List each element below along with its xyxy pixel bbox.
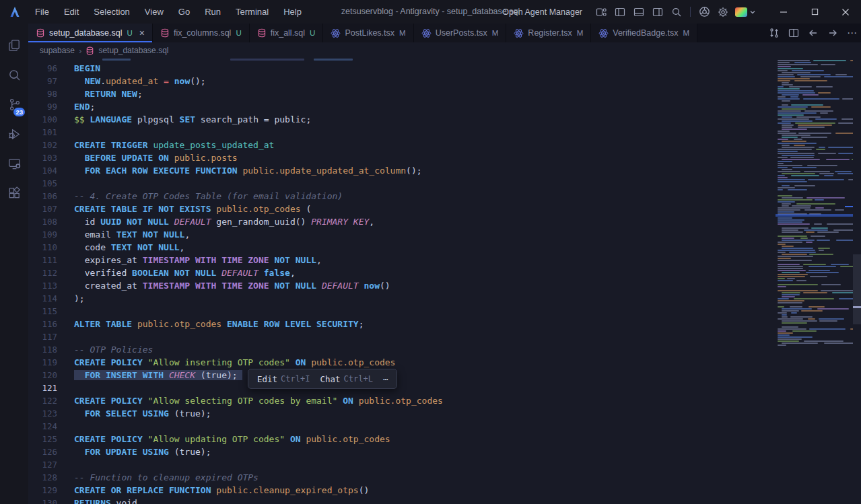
line-number[interactable]: 105 [28,177,74,190]
browser-icon[interactable] [695,3,714,22]
line-number[interactable]: 118 [28,343,74,356]
split-editor-icon[interactable] [788,28,799,38]
breadcrumb-folder[interactable]: supabase [40,46,75,55]
code-line[interactable]: 101 [28,126,861,139]
line-number[interactable]: 123 [28,407,74,420]
code-line[interactable]: 113 created_at TIMESTAMP WITH TIME ZONE … [28,279,861,292]
line-number[interactable]: 101 [28,126,74,139]
menu-item-help[interactable]: Help [277,4,308,20]
tab-PostLikes.tsx[interactable]: PostLikes.tsxM [323,24,413,42]
code-line[interactable]: 99END; [28,100,861,113]
menu-item-file[interactable]: File [29,4,55,20]
code-line[interactable]: 111 expires_at TIMESTAMP WITH TIME ZONE … [28,254,861,266]
source-control-icon[interactable]: 23 [0,89,28,119]
breadcrumb-file[interactable]: setup_database.sql [98,46,168,55]
line-number[interactable]: 115 [28,305,74,318]
line-number[interactable]: 102 [28,139,74,151]
line-number[interactable]: 106 [28,190,74,203]
code-line[interactable]: 115 [28,305,861,318]
line-number[interactable]: 104 [28,164,74,177]
line-number[interactable]: 109 [28,228,74,241]
search-icon[interactable] [667,3,686,22]
open-agent-manager-button[interactable]: Open Agent Manager [502,7,582,17]
line-number[interactable]: 114 [28,292,74,305]
scrollbar-thumb[interactable] [853,254,861,324]
more-actions-icon[interactable]: ⋯ [847,27,857,39]
minimap[interactable] [776,59,853,504]
code-line[interactable]: 126 FOR UPDATE USING (true); [28,445,861,458]
line-number[interactable]: 99 [28,100,74,113]
menu-item-view[interactable]: View [139,4,170,20]
line-number[interactable]: 116 [28,318,74,330]
compare-changes-icon[interactable] [769,28,780,38]
toggle-secondary-sidebar-icon[interactable] [648,3,667,22]
line-number[interactable]: 107 [28,203,74,215]
code-line[interactable]: 109 email TEXT NOT NULL, [28,228,861,241]
maximize-button[interactable] [799,0,830,24]
code-line[interactable]: 105 [28,177,861,190]
line-number[interactable]: 119 [28,356,74,369]
toggle-panel-icon[interactable] [629,3,648,22]
tab-close-icon[interactable]: × [139,28,145,38]
remote-explorer-icon[interactable] [0,149,28,178]
popup-action-more[interactable]: ⋯ [383,374,388,384]
menu-item-go[interactable]: Go [172,4,196,20]
code-line[interactable]: 103 BEFORE UPDATE ON public.posts [28,151,861,164]
customize-layout-icon[interactable] [592,3,611,22]
code-line[interactable]: 96BEGIN [28,62,861,75]
line-number[interactable]: 111 [28,254,74,266]
line-number[interactable]: 112 [28,266,74,279]
line-number[interactable]: 97 [28,75,74,87]
code-line[interactable]: 123 FOR SELECT USING (true); [28,407,861,420]
menu-item-selection[interactable]: Selection [88,4,135,20]
line-number[interactable]: 98 [28,87,74,100]
line-number[interactable]: 103 [28,151,74,164]
line-number[interactable]: 96 [28,62,74,75]
line-number[interactable]: 127 [28,458,74,471]
code-line[interactable]: 112 verified BOOLEAN NOT NULL DEFAULT fa… [28,266,861,279]
line-number[interactable]: 125 [28,433,74,445]
extensions-icon[interactable] [0,178,28,208]
code-line[interactable]: 100$$ LANGUAGE plpgsql SET search_path =… [28,113,861,126]
line-number[interactable]: 121 [28,382,74,394]
navigate-forward-icon[interactable] [827,28,838,38]
navigate-back-icon[interactable] [808,28,819,38]
tab-setup_database.sql[interactable]: setup_database.sqlU× [28,24,153,42]
code-line[interactable]: 98 RETURN NEW; [28,87,861,100]
code-line[interactable]: 127 [28,458,861,471]
toggle-primary-sidebar-icon[interactable] [611,3,629,22]
menu-item-run[interactable]: Run [199,4,227,20]
code-line[interactable]: 104 FOR EACH ROW EXECUTE FUNCTION public… [28,164,861,177]
line-number[interactable]: 129 [28,484,74,497]
line-number[interactable]: 130 [28,497,74,504]
line-number[interactable]: 124 [28,420,74,433]
vertical-scrollbar[interactable] [853,59,861,504]
tab-Register.tsx[interactable]: Register.tsxM [506,24,591,42]
line-number[interactable]: 108 [28,215,74,228]
code-line[interactable]: 121 [28,382,861,394]
line-number[interactable]: 126 [28,445,74,458]
code-line[interactable]: 118-- OTP Policies [28,343,861,356]
code-line[interactable]: 128-- Function to cleanup expired OTPs [28,471,861,484]
code-line[interactable]: 119CREATE POLICY "Allow inserting OTP co… [28,356,861,369]
menu-item-edit[interactable]: Edit [58,4,85,20]
code-line[interactable]: 130RETURNS void [28,497,861,504]
code-line[interactable]: 122CREATE POLICY "Allow selecting OTP co… [28,394,861,407]
tab-fix_all.sql[interactable]: fix_all.sqlU [250,24,324,42]
code-line[interactable]: 107CREATE TABLE IF NOT EXISTS public.otp… [28,203,861,215]
close-window-button[interactable] [830,0,861,24]
code-line[interactable]: 117 [28,330,861,343]
code-line[interactable]: 97 NEW.updated_at = now(); [28,75,861,87]
minimize-button[interactable] [768,0,799,24]
tab-UserPosts.tsx[interactable]: UserPosts.tsxM [414,24,507,42]
code-line[interactable]: 116ALTER TABLE public.otp_codes ENABLE R… [28,318,861,330]
explorer-icon[interactable] [0,30,28,60]
run-debug-icon[interactable] [0,119,28,149]
code-line[interactable]: 108 id UUID NOT NULL DEFAULT gen_random_… [28,215,861,228]
menu-item-terminal[interactable]: Terminal [230,4,275,20]
line-number[interactable]: 117 [28,330,74,343]
popup-action-edit[interactable]: EditCtrl+I [257,374,310,384]
line-number[interactable]: 110 [28,241,74,254]
line-number[interactable]: 113 [28,279,74,292]
account-menu[interactable] [735,7,756,17]
